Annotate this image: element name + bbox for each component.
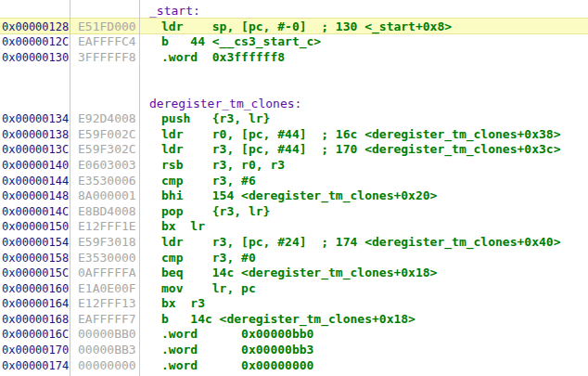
instruction-opcode: 00000BB0 [78,327,136,341]
instruction-text: cmp r3, #6 [161,174,256,188]
instruction-text: b 14c <deregister_tm_clones+0x18> [161,312,415,326]
instruction-opcode: 0AFFFFFA [78,266,136,279]
instruction-text: mov lr, pc [161,281,256,295]
blank-row [0,64,588,80]
instruction-text: .word 0x00000bb3 [161,343,313,357]
instruction-opcode: E92D4008 [78,111,136,125]
instruction-address: 0x00000158 [2,252,69,265]
instruction-opcode: E59F302C [78,142,136,156]
instruction-row[interactable]: 0x00000138E59F002Cldr r0, [pc, #44] ; 16… [0,126,588,142]
instruction-opcode: E1A0E00F [78,281,136,295]
instruction-text: rsb r3, r0, r3 [161,158,285,172]
instruction-row[interactable]: 0x0000017400000000.word 0x00000000 [0,357,588,373]
instruction-address: 0x00000148 [2,189,69,202]
instruction-row[interactable]: 0x0000016C00000BB0.word 0x00000bb0 [0,326,588,342]
instruction-row[interactable]: 0x00000144E3530006cmp r3, #6 [0,173,588,188]
symbol-label-row[interactable]: _start: [0,3,588,19]
instruction-address: 0x00000134 [2,112,69,125]
instruction-text: ldr r0, [pc, #44] ; 16c <deregister_tm_c… [161,127,560,141]
instruction-opcode: E3530006 [78,174,136,188]
symbol-label: _start: [149,4,200,18]
disassembly-pane: _start:0x00000128E51FD000ldr sp, [pc, #-… [0,0,588,376]
symbol-label-row[interactable]: deregister_tm_clones: [0,96,588,111]
instruction-opcode: 00000BB3 [78,343,136,357]
instruction-row[interactable]: 0x000001303FFFFFF8.word 0x3ffffff8 [0,49,588,65]
instruction-opcode: E12FFF1E [78,219,136,233]
instruction-opcode: 8A000001 [78,188,136,202]
instruction-opcode: EAFFFFC4 [78,34,136,48]
instruction-row[interactable]: 0x000001488A000001bhi 154 <deregister_tm… [0,188,588,203]
instruction-row[interactable]: 0x0000017000000BB3.word 0x00000bb3 [0,342,588,357]
instruction-address: 0x00000168 [2,313,69,326]
instruction-text: bx r3 [161,296,205,310]
instruction-address: 0x0000014C [2,205,69,218]
blank-row [0,80,588,96]
instruction-text: b 44 <__cs3_start_c> [161,34,321,48]
instruction-opcode: E51FD000 [78,19,136,33]
instruction-text: bx lr [161,219,205,233]
instruction-row[interactable]: 0x00000168EAFFFFF7b 14c <deregister_tm_c… [0,311,588,327]
instruction-row[interactable]: 0x00000158E3530000cmp r3, #0 [0,250,588,266]
instruction-text: .word 0x3ffffff8 [161,50,285,64]
instruction-text: .word 0x00000000 [161,358,313,372]
instruction-opcode: E3530000 [78,251,136,265]
instruction-row[interactable]: 0x00000154E59F3018ldr r3, [pc, #24] ; 17… [0,234,588,250]
instruction-address: 0x00000128 [2,20,69,33]
address-opcode-separator [70,0,70,376]
instruction-address: 0x0000016C [2,328,69,341]
instruction-address: 0x0000012C [2,35,69,48]
instruction-row[interactable]: 0x00000134E92D4008push {r3, lr} [0,110,588,126]
instruction-opcode: E12FFF13 [78,296,136,310]
instruction-opcode: 3FFFFFF8 [78,50,136,64]
instruction-row[interactable]: 0x00000164E12FFF13bx r3 [0,295,588,311]
instruction-address: 0x00000144 [2,175,69,188]
instruction-opcode: E0603003 [78,158,136,172]
instruction-row[interactable]: 0x00000160E1A0E00Fmov lr, pc [0,280,588,296]
instruction-address: 0x00000174 [2,359,69,372]
instruction-address: 0x00000138 [2,128,69,141]
disassembly-listing: _start:0x00000128E51FD000ldr sp, [pc, #-… [0,3,588,372]
instruction-text: .word 0x00000bb0 [161,327,313,341]
disassembly-view: { "colors": { "background": "#ffffff", "… [0,0,588,376]
instruction-row[interactable]: 0x0000015C0AFFFFFAbeq 14c <deregister_tm… [0,265,588,280]
instruction-address: 0x0000015C [2,266,69,279]
instruction-text: pop {r3, lr} [161,204,270,218]
instruction-opcode: 00000000 [78,358,136,372]
instruction-text: bhi 154 <deregister_tm_clones+0x20> [161,188,437,202]
instruction-address: 0x00000170 [2,344,69,357]
instruction-opcode: E59F3018 [78,235,136,249]
instruction-text: beq 14c <deregister_tm_clones+0x18> [161,266,437,279]
instruction-text: ldr r3, [pc, #24] ; 174 <deregister_tm_c… [161,235,560,249]
instruction-address: 0x00000150 [2,220,69,233]
instruction-opcode: E8BD4008 [78,204,136,218]
instruction-text: ldr sp, [pc, #-0] ; 130 <_start+0x8> [161,19,452,33]
instruction-address: 0x00000160 [2,282,69,295]
instruction-row[interactable]: 0x0000012CEAFFFFC4b 44 <__cs3_start_c> [0,33,588,49]
instruction-address: 0x00000140 [2,159,69,172]
instruction-row[interactable]: 0x00000128E51FD000ldr sp, [pc, #-0] ; 13… [0,19,588,34]
instruction-row[interactable]: 0x00000140E0603003rsb r3, r0, r3 [0,157,588,173]
instruction-row[interactable]: 0x00000150E12FFF1Ebx lr [0,218,588,234]
instruction-address: 0x0000013C [2,143,69,156]
instruction-row[interactable]: 0x0000014CE8BD4008pop {r3, lr} [0,203,588,219]
instruction-address: 0x00000164 [2,297,69,310]
instruction-opcode: EAFFFFF7 [78,312,136,326]
instruction-opcode: E59F002C [78,127,136,141]
instruction-row[interactable]: 0x0000013CE59F302Cldr r3, [pc, #44] ; 17… [0,141,588,157]
instruction-text: cmp r3, #0 [161,251,256,265]
instruction-text: push {r3, lr} [161,111,270,125]
instruction-address: 0x00000130 [2,51,69,64]
opcode-instruction-separator [139,0,140,376]
instruction-text: ldr r3, [pc, #44] ; 170 <deregister_tm_c… [161,142,560,156]
symbol-label: deregister_tm_clones: [149,97,301,110]
instruction-address: 0x00000154 [2,236,69,249]
